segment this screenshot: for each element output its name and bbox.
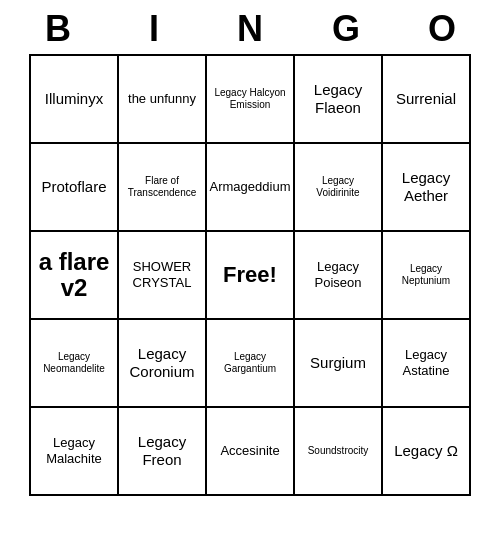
bingo-cell-4[interactable]: Surrenial	[383, 56, 471, 144]
bingo-cell-17[interactable]: Legacy Gargantium	[207, 320, 295, 408]
bingo-cell-11[interactable]: SHOWER CRYSTAL	[119, 232, 207, 320]
bingo-cell-0[interactable]: Illuminyx	[31, 56, 119, 144]
letter-b: B	[14, 8, 102, 50]
bingo-cell-3[interactable]: Legacy Flaeon	[295, 56, 383, 144]
cell-text-13: Legacy Poiseon	[299, 259, 377, 290]
bingo-cell-19[interactable]: Legacy Astatine	[383, 320, 471, 408]
bingo-cell-12[interactable]: Free!	[207, 232, 295, 320]
cell-text-5: Protoflare	[41, 178, 106, 196]
bingo-cell-13[interactable]: Legacy Poiseon	[295, 232, 383, 320]
bingo-cell-20[interactable]: Legacy Malachite	[31, 408, 119, 496]
cell-text-7: Armageddium	[210, 179, 291, 195]
cell-text-9: Legacy Aether	[387, 169, 465, 205]
letter-n: N	[206, 8, 294, 50]
bingo-cell-21[interactable]: Legacy Freon	[119, 408, 207, 496]
cell-text-8: Legacy Voidirinite	[299, 175, 377, 199]
cell-text-20: Legacy Malachite	[35, 435, 113, 466]
bingo-cell-7[interactable]: Armageddium	[207, 144, 295, 232]
bingo-cell-9[interactable]: Legacy Aether	[383, 144, 471, 232]
cell-text-2: Legacy Halcyon Emission	[211, 87, 289, 111]
bingo-cell-22[interactable]: Accesinite	[207, 408, 295, 496]
bingo-cell-16[interactable]: Legacy Coronium	[119, 320, 207, 408]
cell-text-11: SHOWER CRYSTAL	[123, 259, 201, 290]
bingo-cell-23[interactable]: Soundstrocity	[295, 408, 383, 496]
bingo-header: B I N G O	[10, 0, 490, 54]
cell-text-10: a flare v2	[35, 249, 113, 302]
bingo-cell-2[interactable]: Legacy Halcyon Emission	[207, 56, 295, 144]
cell-text-12: Free!	[223, 262, 277, 288]
bingo-cell-8[interactable]: Legacy Voidirinite	[295, 144, 383, 232]
letter-o: O	[398, 8, 486, 50]
cell-text-19: Legacy Astatine	[387, 347, 465, 378]
cell-text-15: Legacy Neomandelite	[35, 351, 113, 375]
bingo-cell-5[interactable]: Protoflare	[31, 144, 119, 232]
cell-text-6: Flare of Transcendence	[123, 175, 201, 199]
bingo-cell-14[interactable]: Legacy Neptunium	[383, 232, 471, 320]
cell-text-16: Legacy Coronium	[123, 345, 201, 381]
cell-text-4: Surrenial	[396, 90, 456, 108]
cell-text-24: Legacy Ω	[394, 442, 458, 460]
cell-text-23: Soundstrocity	[308, 445, 369, 457]
cell-text-14: Legacy Neptunium	[387, 263, 465, 287]
bingo-cell-24[interactable]: Legacy Ω	[383, 408, 471, 496]
cell-text-17: Legacy Gargantium	[211, 351, 289, 375]
letter-g: G	[302, 8, 390, 50]
cell-text-1: the unfunny	[128, 91, 196, 107]
bingo-grid: Illuminyxthe unfunnyLegacy Halcyon Emiss…	[29, 54, 471, 496]
bingo-cell-6[interactable]: Flare of Transcendence	[119, 144, 207, 232]
cell-text-3: Legacy Flaeon	[299, 81, 377, 117]
cell-text-21: Legacy Freon	[123, 433, 201, 469]
cell-text-22: Accesinite	[220, 443, 279, 459]
bingo-cell-18[interactable]: Surgium	[295, 320, 383, 408]
bingo-cell-10[interactable]: a flare v2	[31, 232, 119, 320]
bingo-cell-1[interactable]: the unfunny	[119, 56, 207, 144]
bingo-cell-15[interactable]: Legacy Neomandelite	[31, 320, 119, 408]
cell-text-0: Illuminyx	[45, 90, 103, 108]
cell-text-18: Surgium	[310, 354, 366, 372]
letter-i: I	[110, 8, 198, 50]
